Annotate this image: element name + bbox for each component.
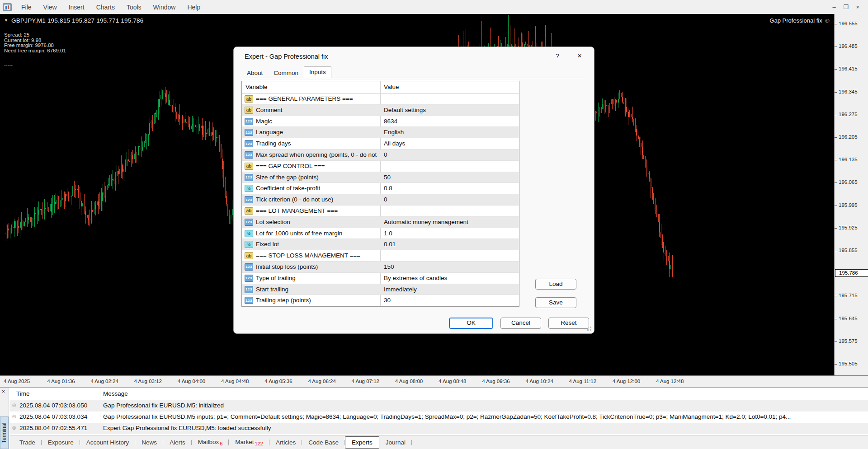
- menu-tools[interactable]: Tools: [121, 4, 147, 11]
- experts-log: Time Message ◎2025.08.04 07:03:03.050Gap…: [9, 388, 868, 435]
- price-scale[interactable]: 196.555196.485196.415196.345196.275196.2…: [834, 14, 868, 375]
- param-row[interactable]: 123Start trailingImmediately: [242, 284, 519, 295]
- chevron-down-icon[interactable]: ▼: [4, 18, 8, 23]
- log-message: Gap Professional fix EURUSD,M5 inputs: p…: [103, 413, 866, 420]
- param-row[interactable]: ab=== STOP LOSS MANAGEMENT ===: [242, 250, 519, 262]
- param-value[interactable]: Default settings: [384, 107, 517, 113]
- menu-help[interactable]: Help: [181, 4, 206, 11]
- param-name: Initial stop loss (points): [256, 263, 377, 270]
- menu-charts[interactable]: Charts: [90, 4, 121, 11]
- param-value[interactable]: Immediately: [384, 286, 517, 293]
- overlay-line: Need free margin: 6769.01: [4, 48, 66, 54]
- param-row[interactable]: ½Fixed lot0.01: [242, 239, 519, 250]
- param-row[interactable]: ab=== GAP CONTROL ===: [242, 161, 519, 172]
- price-tick: 195.925: [835, 225, 868, 231]
- terminal-tab-news[interactable]: News: [135, 437, 163, 448]
- time-scale[interactable]: 4 Aug 20254 Aug 01:364 Aug 02:244 Aug 03…: [0, 375, 868, 387]
- param-value[interactable]: By extremes of candles: [384, 275, 517, 281]
- resize-grip[interactable]: [590, 329, 591, 331]
- terminal-tab-articles[interactable]: Articles: [269, 437, 302, 448]
- ok-button[interactable]: OK: [449, 318, 493, 329]
- param-value[interactable]: All days: [384, 140, 517, 147]
- log-row[interactable]: ◎2025.08.04 07:02:55.471Expert Gap Profe…: [9, 423, 868, 434]
- param-value[interactable]: 150: [384, 263, 517, 270]
- terminal-tab-mailbox[interactable]: Mailbox6: [192, 436, 229, 449]
- param-row[interactable]: 123Tick criterion (0 - do not use)0: [242, 194, 519, 206]
- string-param-icon: ab: [245, 95, 253, 103]
- param-name: Magic: [256, 118, 377, 125]
- log-header-time[interactable]: Time: [16, 390, 30, 397]
- ea-smiley-icon[interactable]: ☺: [824, 17, 830, 24]
- param-row[interactable]: 123Lot selectionAutomatic money manageme…: [242, 217, 519, 228]
- param-name: Comment: [256, 107, 377, 113]
- param-value[interactable]: 0: [384, 196, 517, 203]
- terminal-tab-code-base[interactable]: Code Base: [302, 437, 345, 448]
- tab-inputs[interactable]: Inputs: [304, 66, 331, 78]
- param-row[interactable]: ab=== LOT MANAGEMENT ===: [242, 206, 519, 217]
- param-value[interactable]: 50: [384, 174, 517, 181]
- unread-count-badge: 122: [255, 441, 263, 446]
- price-tick: 196.275: [835, 112, 868, 118]
- log-header-message[interactable]: Message: [103, 390, 128, 397]
- menu-window[interactable]: Window: [147, 4, 182, 11]
- log-row[interactable]: ◎2025.08.04 07:03:03.034Gap Professional…: [9, 412, 868, 423]
- tab-about[interactable]: About: [241, 67, 268, 78]
- load-button[interactable]: Load: [535, 279, 576, 290]
- param-row[interactable]: 123Max spread when opening (points, 0 - …: [242, 150, 519, 161]
- string-param-icon: ab: [245, 252, 253, 259]
- dialog-close-button[interactable]: ×: [572, 50, 587, 62]
- terminal-tab-account-history[interactable]: Account History: [80, 437, 136, 448]
- price-tick: 196.485: [835, 43, 868, 50]
- param-row[interactable]: 123Trading daysAll days: [242, 138, 519, 150]
- save-button[interactable]: Save: [535, 297, 576, 308]
- symbol-title: ▼GBPJPY,M1 195.815 195.827 195.771 195.7…: [4, 17, 144, 24]
- menu-view[interactable]: View: [38, 4, 63, 11]
- param-value[interactable]: 0.01: [384, 241, 517, 248]
- app-logo-icon: [3, 3, 12, 11]
- param-row[interactable]: ½Lot for 1000 units of free margin1.0: [242, 228, 519, 239]
- terminal-tab-journal[interactable]: Journal: [379, 437, 412, 448]
- terminal-tab-exposure[interactable]: Exposure: [42, 437, 80, 448]
- log-time: 2025.08.04 07:03:03.034: [19, 413, 87, 420]
- param-value[interactable]: 0: [384, 151, 517, 158]
- param-row[interactable]: 123Magic8634: [242, 116, 519, 127]
- param-row[interactable]: 123Initial stop loss (points)150: [242, 262, 519, 273]
- param-name: Fixed lot: [256, 241, 377, 248]
- minimize-button[interactable]: –: [828, 4, 840, 10]
- integer-param-icon: 123: [245, 118, 253, 125]
- terminal-tab-experts[interactable]: Experts: [345, 436, 379, 449]
- log-row[interactable]: ◎2025.08.04 07:03:03.050Gap Professional…: [9, 400, 868, 412]
- terminal-tab-market[interactable]: Market122: [229, 436, 269, 449]
- price-tick: 196.345: [835, 89, 868, 95]
- reset-button[interactable]: Reset: [548, 318, 589, 329]
- cancel-button[interactable]: Cancel: [500, 318, 541, 329]
- param-value[interactable]: 1.0: [384, 230, 517, 237]
- param-value[interactable]: 0.8: [384, 185, 517, 192]
- integer-param-icon: 123: [245, 297, 253, 304]
- param-value[interactable]: English: [384, 129, 517, 136]
- price-tick: 196.205: [835, 134, 868, 140]
- column-value: Value: [384, 84, 399, 90]
- param-row[interactable]: ab=== GENERAL PARAMETERS ===: [242, 94, 519, 105]
- param-value[interactable]: Automatic money management: [384, 219, 517, 225]
- dialog-help-button[interactable]: ?: [552, 52, 562, 60]
- menu-insert[interactable]: Insert: [63, 4, 90, 11]
- overlay-line: -----: [4, 63, 66, 68]
- terminal-close-icon[interactable]: ×: [2, 388, 5, 395]
- terminal-vertical-tab[interactable]: Terminal: [0, 416, 9, 449]
- param-value[interactable]: 8634: [384, 118, 517, 125]
- close-button[interactable]: ×: [852, 4, 863, 10]
- tab-common[interactable]: Common: [268, 67, 304, 78]
- terminal-tab-trade[interactable]: Trade: [13, 437, 42, 448]
- tab-underline: [241, 78, 586, 78]
- param-row[interactable]: 123LanguageEnglish: [242, 127, 519, 138]
- param-row[interactable]: ½Coefficient of take-profit0.8: [242, 183, 519, 194]
- terminal-tab-alerts[interactable]: Alerts: [163, 437, 192, 448]
- menu-file[interactable]: File: [15, 4, 38, 11]
- param-value[interactable]: 30: [384, 297, 517, 304]
- param-row[interactable]: abCommentDefault settings: [242, 105, 519, 116]
- param-row[interactable]: 123Type of trailingBy extremes of candle…: [242, 273, 519, 284]
- restore-button[interactable]: ❐: [840, 4, 852, 10]
- param-row[interactable]: 123Trailing step (points)30: [242, 295, 519, 306]
- param-row[interactable]: 123Size of the gap (points)50: [242, 172, 519, 183]
